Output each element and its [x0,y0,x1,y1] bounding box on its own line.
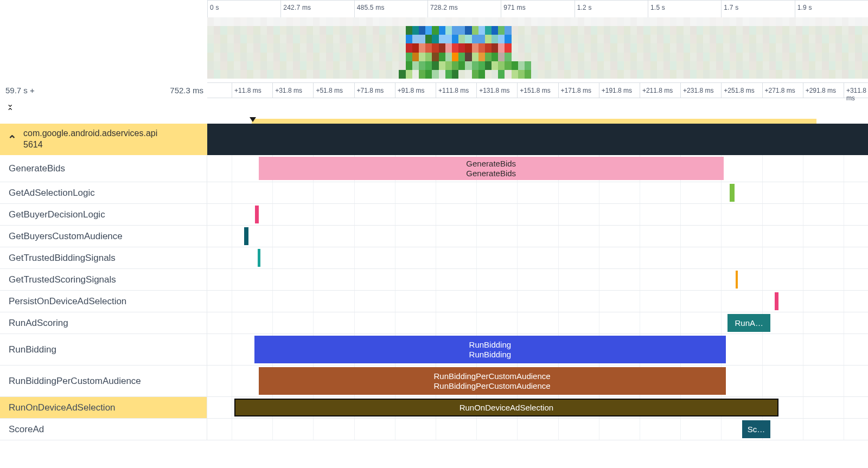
track-lane[interactable] [207,182,868,203]
collapse-toggle[interactable]: ⌄ ⌄ [0,99,207,119]
ruler-tick: +211.8 ms [640,83,673,98]
ruler-tick: +271.8 ms [762,83,795,98]
ruler-tick: +31.8 ms [272,83,302,98]
minimap[interactable] [207,17,868,79]
track-label[interactable]: RunBiddingPerCustomAudience [0,366,207,396]
ruler-tick: +51.8 ms [313,83,343,98]
ruler-tick: 485.5 ms [354,1,385,17]
playhead-marker-icon [250,117,256,122]
second-timeline-ruler[interactable]: 59.7 s + 752.3 ms +11.8 ms+31.8 ms+51.8 … [0,82,868,98]
track-list: GenerateBidsGenerateBidsGenerateBidsGetA… [0,155,868,468]
track-row[interactable]: RunOnDeviceAdSelectionRunOnDeviceAdSelec… [0,397,868,419]
trace-bar-label: GenerateBids [466,159,516,169]
track-label[interactable]: RunOnDeviceAdSelection [0,397,207,418]
track-row[interactable]: GetBuyerDecisionLogic [0,204,868,226]
track-row[interactable]: GetBuyersCustomAudience [0,226,868,247]
ruler-tick: 242.7 ms [280,1,311,17]
track-lane[interactable] [207,226,868,247]
ruler-tick: 1.5 s [648,1,665,17]
process-pid: 5614 [23,139,157,151]
trace-bar[interactable] [244,227,248,245]
process-bar [207,124,868,155]
time-range-label: 752.3 ms [170,86,203,95]
trace-bar-label: RunA… [735,318,764,328]
process-header[interactable]: ⌃ com.google.android.adservices.api 5614 [0,124,868,155]
track-label[interactable]: ScoreAd [0,419,207,440]
ruler-tick: +91.8 ms [395,83,425,98]
track-row[interactable]: GenerateBidsGenerateBidsGenerateBids [0,155,868,182]
ruler-tick: +71.8 ms [354,83,384,98]
track-row[interactable]: GetTrustedScoringSignals [0,269,868,291]
trace-bar[interactable] [775,292,779,310]
ruler-tick: 971 ms [501,1,526,17]
ruler-tick: +111.8 ms [436,83,469,98]
chevron-up-icon[interactable]: ⌃ [8,133,17,146]
trace-bar[interactable] [730,184,735,202]
track-lane[interactable] [207,269,868,290]
track-row[interactable]: GetAdSelectionLogic [0,182,868,204]
ruler-tick: +191.8 ms [599,83,632,98]
track-row[interactable]: RunBiddingRunBiddingRunBidding [0,334,868,366]
trace-bar[interactable]: GenerateBidsGenerateBids [259,157,724,180]
trace-bar[interactable]: RunOnDeviceAdSelection [234,399,779,416]
track-row[interactable]: RunBiddingPerCustomAudienceRunBiddingPer… [0,366,868,397]
ruler-tick: +231.8 ms [680,83,713,98]
trace-bar[interactable]: RunBiddingRunBidding [254,336,725,363]
trace-bar-label: RunOnDeviceAdSelection [459,403,553,412]
ruler-tick: +11.8 ms [232,83,261,98]
ruler-tick: 0 s [207,1,219,17]
track-row[interactable]: ScoreAdSc… [0,419,868,440]
ruler-tick: +151.8 ms [517,83,550,98]
process-name: com.google.android.adservices.api [23,128,157,139]
track-label[interactable]: GetTrustedScoringSignals [0,269,207,290]
ruler-tick: 1.2 s [575,1,592,17]
trace-bar-label: RunBidding [469,340,512,350]
track-lane[interactable] [207,247,868,268]
track-label[interactable]: GenerateBids [0,155,207,182]
top-timeline-ruler[interactable]: 0 s242.7 ms485.5 ms728.2 ms971 ms1.2 s1.… [207,0,868,17]
chevron-up-icon: ⌄ [7,108,14,113]
track-label[interactable]: GetBuyerDecisionLogic [0,204,207,225]
track-lane[interactable]: GenerateBidsGenerateBids [207,155,868,182]
process-title: com.google.android.adservices.api 5614 [23,128,157,151]
ruler-tick: 728.2 ms [427,1,458,17]
trace-bar[interactable] [736,271,738,289]
trace-bar-label: Sc… [748,425,765,434]
track-row[interactable]: PersistOnDeviceAdSelection [0,291,868,312]
selection-strip[interactable] [252,119,816,124]
trace-bar[interactable] [255,206,258,223]
trace-bar[interactable]: RunBiddingPerCustomAudienceRunBiddingPer… [259,367,726,395]
track-lane[interactable] [207,204,868,225]
trace-bar[interactable]: RunA… [727,314,770,332]
track-row[interactable]: RunAdScoringRunA… [0,312,868,334]
track-label[interactable]: RunBidding [0,334,207,365]
trace-bar-label: RunBidding [469,350,512,360]
trace-bar[interactable]: Sc… [742,420,771,438]
track-label[interactable]: GetBuyersCustomAudience [0,226,207,247]
track-lane[interactable]: Sc… [207,419,868,440]
track-label[interactable]: RunAdScoring [0,312,207,334]
track-lane[interactable]: RunBiddingRunBidding [207,334,868,365]
ruler-tick: +311.8 ms [844,83,868,98]
ruler-tick: +291.8 ms [803,83,836,98]
trace-bar-label: GenerateBids [466,169,516,178]
track-label[interactable]: PersistOnDeviceAdSelection [0,291,207,312]
track-lane[interactable]: RunA… [207,312,868,334]
ruler-tick: +171.8 ms [558,83,591,98]
ruler-tick: +131.8 ms [476,83,509,98]
trace-bar-label: RunBiddingPerCustomAudience [434,371,551,381]
track-lane[interactable]: RunBiddingPerCustomAudienceRunBiddingPer… [207,366,868,396]
track-label[interactable]: GetAdSelectionLogic [0,182,207,203]
ruler-tick: +251.8 ms [721,83,754,98]
trace-bar[interactable] [258,249,261,267]
ruler-tick: 1.9 s [795,1,812,17]
track-label[interactable]: GetTrustedBiddingSignals [0,247,207,268]
track-row[interactable]: GetTrustedBiddingSignals [0,247,868,269]
ruler-tick: 1.7 s [721,1,738,17]
track-lane[interactable] [207,291,868,312]
time-offset-label: 59.7 s + [5,86,35,95]
trace-bar-label: RunBiddingPerCustomAudience [434,381,551,391]
track-lane[interactable]: RunOnDeviceAdSelection [207,397,868,418]
